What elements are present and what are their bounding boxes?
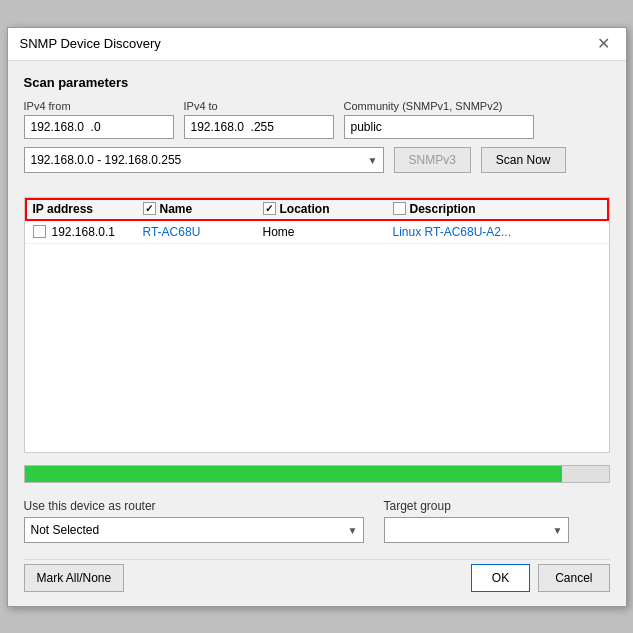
- header-description-label: Description: [410, 202, 476, 216]
- header-location: Location: [263, 202, 393, 216]
- ip-input-row: IPv4 from IPv4 to Community (SNMPv1, SNM…: [24, 100, 610, 139]
- snmp-dialog: SNMP Device Discovery ✕ Scan parameters …: [7, 27, 627, 607]
- ok-button[interactable]: OK: [471, 564, 530, 592]
- ipv4-to-label: IPv4 to: [184, 100, 334, 112]
- device-table: IP address Name Location Description: [24, 197, 610, 453]
- scan-parameters-section: Scan parameters IPv4 from IPv4 to Commun…: [24, 75, 610, 185]
- scan-now-button[interactable]: Scan Now: [481, 147, 566, 173]
- range-row: 192.168.0.0 - 192.168.0.255 ▼ SNMPv3 Sca…: [24, 147, 610, 173]
- target-select[interactable]: [384, 517, 569, 543]
- target-group: Target group ▼: [384, 499, 569, 543]
- router-group: Use this device as router Not Selected ▼: [24, 499, 364, 543]
- snmpv3-button[interactable]: SNMPv3: [394, 147, 471, 173]
- location-column-checkbox[interactable]: [263, 202, 276, 215]
- progress-bar-fill: [25, 466, 562, 482]
- range-select-wrapper: 192.168.0.0 - 192.168.0.255 ▼: [24, 147, 384, 173]
- footer-right-buttons: OK Cancel: [471, 564, 610, 592]
- router-select-wrapper: Not Selected ▼: [24, 517, 364, 543]
- header-name-label: Name: [160, 202, 193, 216]
- community-label: Community (SNMPv1, SNMPv2): [344, 100, 534, 112]
- close-button[interactable]: ✕: [593, 36, 614, 52]
- row-ip-cell: 192.168.0.1: [33, 225, 143, 239]
- mark-all-button[interactable]: Mark All/None: [24, 564, 125, 592]
- row-checkbox[interactable]: [33, 225, 46, 238]
- dialog-title: SNMP Device Discovery: [20, 36, 161, 51]
- table-body: 192.168.0.1 RT-AC68U Home Linux RT-AC68U…: [25, 221, 609, 452]
- row-description-value: Linux RT-AC68U-A2...: [393, 225, 543, 239]
- progress-bar-container: [24, 465, 610, 483]
- name-column-checkbox[interactable]: [143, 202, 156, 215]
- row-ip-value: 192.168.0.1: [52, 225, 115, 239]
- header-description: Description: [393, 202, 543, 216]
- row-location-value: Home: [263, 225, 393, 239]
- ipv4-from-group: IPv4 from: [24, 100, 174, 139]
- header-name: Name: [143, 202, 263, 216]
- target-label: Target group: [384, 499, 569, 513]
- router-label: Use this device as router: [24, 499, 364, 513]
- cancel-button[interactable]: Cancel: [538, 564, 609, 592]
- bottom-section: Use this device as router Not Selected ▼…: [24, 499, 610, 543]
- description-column-checkbox[interactable]: [393, 202, 406, 215]
- table-row: 192.168.0.1 RT-AC68U Home Linux RT-AC68U…: [25, 221, 609, 244]
- ipv4-from-label: IPv4 from: [24, 100, 174, 112]
- ipv4-from-input[interactable]: [24, 115, 174, 139]
- target-select-wrapper: ▼: [384, 517, 569, 543]
- scan-params-label: Scan parameters: [24, 75, 610, 90]
- range-select[interactable]: 192.168.0.0 - 192.168.0.255: [24, 147, 384, 173]
- router-select[interactable]: Not Selected: [24, 517, 364, 543]
- ipv4-to-group: IPv4 to: [184, 100, 334, 139]
- community-group: Community (SNMPv1, SNMPv2): [344, 100, 534, 139]
- community-input[interactable]: [344, 115, 534, 139]
- row-name-value: RT-AC68U: [143, 225, 263, 239]
- header-ip-address: IP address: [33, 202, 143, 216]
- table-header: IP address Name Location Description: [25, 198, 609, 221]
- dialog-content: Scan parameters IPv4 from IPv4 to Commun…: [8, 61, 626, 606]
- title-bar: SNMP Device Discovery ✕: [8, 28, 626, 61]
- footer-buttons: Mark All/None OK Cancel: [24, 559, 610, 592]
- header-location-label: Location: [280, 202, 330, 216]
- ipv4-to-input[interactable]: [184, 115, 334, 139]
